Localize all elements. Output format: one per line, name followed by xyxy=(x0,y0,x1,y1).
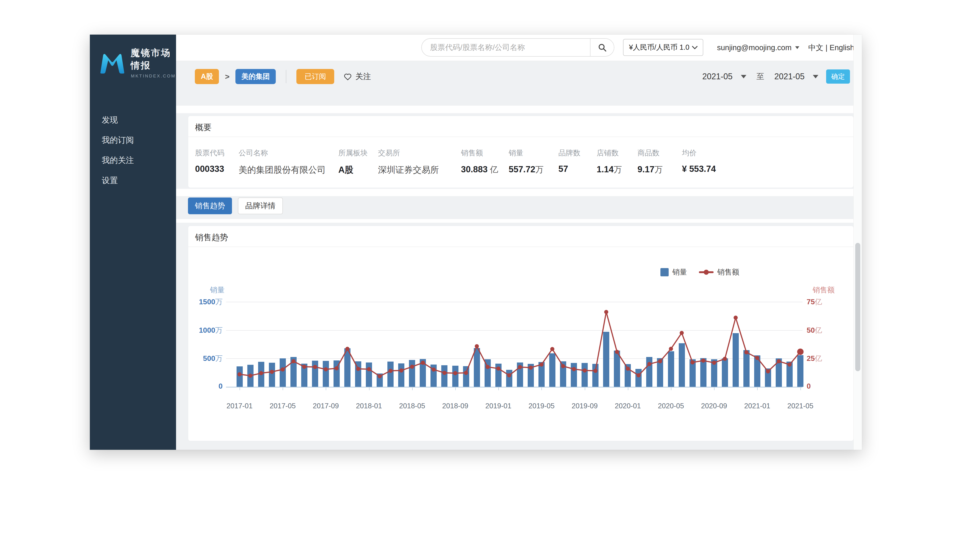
right-axis-tick-1: 50亿 xyxy=(807,325,841,335)
sidebar-item-2[interactable]: 我的关注 xyxy=(90,153,176,173)
left-axis-tick-0: 1500万 xyxy=(188,297,223,307)
sidebar: 魔镜市场情报 MKTINDEX.COM 发现我的订阅我的关注设置 xyxy=(90,35,176,450)
confirm-button[interactable]: 确定 xyxy=(826,70,850,83)
user-email: sunjing@moojing.com xyxy=(717,43,791,52)
x-label-2019-01: 2019-01 xyxy=(485,402,511,410)
field-shop-count: 店铺数1.14万 xyxy=(597,148,622,175)
user-menu[interactable]: sunjing@moojing.com xyxy=(717,35,799,61)
heart-icon xyxy=(344,72,352,81)
right-axis-tick-3: 0 xyxy=(807,382,841,390)
field-sales-amount: 销售额30.883 亿 xyxy=(461,148,498,175)
search-button[interactable] xyxy=(590,39,614,56)
x-tick xyxy=(628,387,628,390)
x-tick xyxy=(369,387,370,390)
app-window: 魔镜市场情报 MKTINDEX.COM 发现我的订阅我的关注设置 xyxy=(90,35,862,450)
follow-label: 关注 xyxy=(355,71,371,82)
logo[interactable]: 魔镜市场情报 MKTINDEX.COM xyxy=(90,35,176,78)
x-tick xyxy=(412,387,413,390)
x-tick xyxy=(541,387,542,390)
x-tick xyxy=(585,387,585,390)
chart-legend: 销量 销售额 xyxy=(661,267,739,277)
date-to-value: 2021-05 xyxy=(774,72,804,81)
search-box xyxy=(421,38,614,57)
breadcrumb-company-badge[interactable]: 美的集团 xyxy=(235,69,276,84)
x-label-2021-01: 2021-01 xyxy=(744,402,771,410)
field-company-name: 公司名称美的集团股份有限公司 xyxy=(239,148,326,176)
x-label-2018-05: 2018-05 xyxy=(399,402,425,410)
x-label-2019-05: 2019-05 xyxy=(529,402,555,410)
left-axis-tick-1: 1000万 xyxy=(188,325,223,335)
breadcrumb-separator: > xyxy=(225,72,229,81)
caret-down-icon xyxy=(795,46,799,49)
right-axis-tick-2: 25亿 xyxy=(807,353,841,363)
field-average-price: 均价¥ 553.74 xyxy=(682,148,716,174)
field-product-count: 商品数9.17万 xyxy=(637,148,663,175)
left-axis-tick-2: 500万 xyxy=(188,353,223,363)
date-to-select[interactable]: 2021-05 xyxy=(774,72,818,81)
subscribed-button[interactable]: 已订阅 xyxy=(296,69,334,84)
sales-trend-chart: 销售趋势 销量 销售额 销量 销售额 1500万1000万500万075亿50亿… xyxy=(188,226,854,441)
vertical-scrollbar xyxy=(853,35,862,450)
search-input[interactable] xyxy=(422,39,590,56)
x-tick xyxy=(801,387,801,390)
x-tick xyxy=(671,387,671,390)
sidebar-item-1[interactable]: 我的订阅 xyxy=(90,133,176,153)
x-tick xyxy=(283,387,283,390)
summary-title: 概要 xyxy=(188,116,853,137)
legend-item-volume[interactable]: 销量 xyxy=(661,267,687,277)
logo-title: 魔镜市场情报 xyxy=(131,47,176,72)
language-label: 中文 | English xyxy=(808,43,854,53)
tabs-row: 销售趋势 品牌详情 xyxy=(188,198,283,214)
summary-card: 概要 股票代码000333 公司名称美的集团股份有限公司 所属板块A股 交易所深… xyxy=(188,116,854,188)
x-label-2018-01: 2018-01 xyxy=(356,402,382,410)
field-sales-volume: 销量557.72万 xyxy=(509,148,544,175)
x-tick xyxy=(757,387,757,390)
language-switch[interactable]: 中文 | English xyxy=(808,35,854,61)
field-exchange: 交易所深圳证券交易所 xyxy=(378,148,439,176)
field-board: 所属板块A股 xyxy=(338,148,368,176)
topbar: ¥人民币/人民币 1.0 sunjing@moojing.com 中文 | En… xyxy=(176,35,862,61)
x-label-2017-05: 2017-05 xyxy=(270,402,296,410)
date-from-value: 2021-05 xyxy=(702,72,732,81)
chevron-down-icon xyxy=(692,46,698,49)
tab-brand-detail[interactable]: 品牌详情 xyxy=(238,198,283,214)
date-from-select[interactable]: 2021-05 xyxy=(702,72,746,81)
x-label-2018-09: 2018-09 xyxy=(442,402,468,410)
line-marker-icon xyxy=(699,271,714,273)
x-label-2019-09: 2019-09 xyxy=(572,402,598,410)
field-stock-code: 股票代码000333 xyxy=(195,148,224,174)
bar-swatch-icon xyxy=(661,268,669,276)
logo-m-icon xyxy=(98,52,126,73)
follow-button[interactable]: 关注 xyxy=(344,71,371,82)
chart-section-title: 销售趋势 xyxy=(188,226,853,247)
x-label-2017-01: 2017-01 xyxy=(227,402,253,410)
caret-down-icon xyxy=(813,75,818,78)
divider xyxy=(286,70,286,83)
right-axis-tick-0: 75亿 xyxy=(807,297,841,307)
tab-sales-trend[interactable]: 销售趋势 xyxy=(188,198,232,214)
currency-select[interactable]: ¥人民币/人民币 1.0 xyxy=(623,39,703,56)
x-tick xyxy=(326,387,326,390)
chart-plot[interactable] xyxy=(226,292,802,387)
x-tick xyxy=(714,387,714,390)
date-range-to-label: 至 xyxy=(756,71,764,82)
x-label-2020-05: 2020-05 xyxy=(658,402,684,410)
scrollbar-thumb[interactable] xyxy=(855,243,860,371)
currency-value: ¥人民币/人民币 1.0 xyxy=(629,43,689,52)
x-tick xyxy=(455,387,456,390)
revenue-line xyxy=(226,292,802,387)
x-label-2020-01: 2020-01 xyxy=(615,402,641,410)
sidebar-item-3[interactable]: 设置 xyxy=(90,173,176,193)
x-label-2020-09: 2020-09 xyxy=(701,402,727,410)
x-tick xyxy=(240,387,240,390)
sidebar-nav: 发现我的订阅我的关注设置 xyxy=(90,113,176,193)
breadcrumb-market-badge[interactable]: A股 xyxy=(195,69,219,84)
legend-item-revenue[interactable]: 销售额 xyxy=(699,267,739,277)
breadcrumb-toolbar: A股 > 美的集团 已订阅 关注 2021-05 至 2021-05 确定 xyxy=(195,68,850,85)
x-label-2017-09: 2017-09 xyxy=(313,402,339,410)
search-icon xyxy=(597,43,607,52)
field-brand-count: 品牌数57 xyxy=(558,148,581,174)
caret-down-icon xyxy=(741,75,746,78)
x-label-2021-05: 2021-05 xyxy=(787,402,814,410)
sidebar-item-0[interactable]: 发现 xyxy=(90,113,176,133)
